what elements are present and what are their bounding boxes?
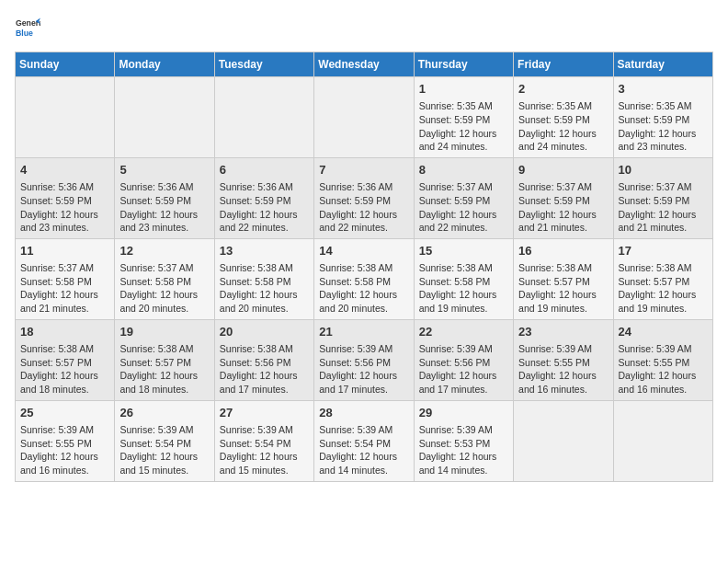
day-info: and 21 minutes. xyxy=(518,221,608,235)
day-info: Sunrise: 5:37 AM xyxy=(20,261,109,275)
day-info: Daylight: 12 hours xyxy=(119,208,209,222)
day-info: and 16 minutes. xyxy=(619,383,708,396)
day-info: and 20 minutes. xyxy=(119,302,209,316)
day-number: 24 xyxy=(619,324,708,340)
day-number: 27 xyxy=(220,405,309,421)
day-info: Sunset: 5:55 PM xyxy=(518,356,608,370)
day-info: Sunset: 5:54 PM xyxy=(319,437,408,451)
day-number: 25 xyxy=(20,405,109,421)
day-number: 15 xyxy=(419,243,508,259)
day-info: and 21 minutes. xyxy=(20,302,109,316)
day-number: 20 xyxy=(220,324,309,340)
calendar-cell xyxy=(115,77,214,158)
day-info: Sunset: 5:59 PM xyxy=(220,194,309,208)
day-info: Daylight: 12 hours xyxy=(419,369,508,383)
calendar-cell: 21Sunrise: 5:39 AMSunset: 5:56 PMDayligh… xyxy=(314,319,414,400)
week-row-0: 1Sunrise: 5:35 AMSunset: 5:59 PMDaylight… xyxy=(16,77,713,158)
day-info: Sunset: 5:59 PM xyxy=(518,113,608,127)
day-number: 5 xyxy=(119,162,209,178)
day-number: 28 xyxy=(319,405,408,421)
day-info: Daylight: 12 hours xyxy=(319,208,408,222)
day-info: and 23 minutes. xyxy=(619,140,708,154)
calendar-cell: 3Sunrise: 5:35 AMSunset: 5:59 PMDaylight… xyxy=(613,77,712,158)
day-number: 18 xyxy=(20,324,109,340)
day-info: and 20 minutes. xyxy=(220,302,309,316)
day-info: and 14 minutes. xyxy=(319,464,408,477)
day-info: Daylight: 12 hours xyxy=(20,369,109,383)
day-number: 19 xyxy=(119,324,209,340)
day-number: 17 xyxy=(619,243,708,259)
day-info: Sunset: 5:59 PM xyxy=(419,113,508,127)
day-info: and 23 minutes. xyxy=(119,221,209,235)
day-info: and 18 minutes. xyxy=(119,383,209,396)
day-info: Daylight: 12 hours xyxy=(119,369,209,383)
calendar-cell: 8Sunrise: 5:37 AMSunset: 5:59 PMDaylight… xyxy=(414,157,513,238)
calendar-cell: 27Sunrise: 5:39 AMSunset: 5:54 PMDayligh… xyxy=(214,400,313,481)
day-info: Sunset: 5:57 PM xyxy=(119,356,209,370)
day-info: Sunset: 5:59 PM xyxy=(20,194,109,208)
calendar-cell: 14Sunrise: 5:38 AMSunset: 5:58 PMDayligh… xyxy=(314,238,414,319)
weekday-header-monday: Monday xyxy=(115,52,214,77)
day-number: 10 xyxy=(619,162,708,178)
calendar-cell xyxy=(314,77,414,158)
day-info: Daylight: 12 hours xyxy=(319,288,408,302)
day-info: Daylight: 12 hours xyxy=(518,369,608,383)
day-info: and 15 minutes. xyxy=(220,464,309,477)
calendar-cell: 24Sunrise: 5:39 AMSunset: 5:55 PMDayligh… xyxy=(613,319,712,400)
day-info: Daylight: 12 hours xyxy=(319,369,408,383)
day-info: Sunset: 5:54 PM xyxy=(220,437,309,451)
day-info: Sunset: 5:56 PM xyxy=(220,356,309,370)
calendar-cell: 23Sunrise: 5:39 AMSunset: 5:55 PMDayligh… xyxy=(514,319,613,400)
svg-text:Blue: Blue xyxy=(16,29,33,38)
day-info: Sunrise: 5:37 AM xyxy=(619,180,708,194)
day-info: Daylight: 12 hours xyxy=(419,288,508,302)
week-row-4: 25Sunrise: 5:39 AMSunset: 5:55 PMDayligh… xyxy=(16,400,713,481)
day-info: Sunrise: 5:39 AM xyxy=(119,423,209,437)
calendar-cell: 1Sunrise: 5:35 AMSunset: 5:59 PMDaylight… xyxy=(414,77,513,158)
day-info: Daylight: 12 hours xyxy=(518,208,608,222)
day-number: 29 xyxy=(419,405,508,421)
calendar-cell xyxy=(613,400,712,481)
day-info: Sunrise: 5:38 AM xyxy=(220,261,309,275)
day-info: and 22 minutes. xyxy=(220,221,309,235)
day-info: Daylight: 12 hours xyxy=(518,127,608,141)
day-info: Sunrise: 5:38 AM xyxy=(319,261,408,275)
calendar-cell xyxy=(214,77,313,158)
day-info: Sunrise: 5:38 AM xyxy=(518,261,608,275)
weekday-header-thursday: Thursday xyxy=(414,52,513,77)
day-info: and 16 minutes. xyxy=(518,383,608,396)
calendar-table: SundayMondayTuesdayWednesdayThursdayFrid… xyxy=(15,52,713,482)
calendar-cell: 16Sunrise: 5:38 AMSunset: 5:57 PMDayligh… xyxy=(514,238,613,319)
weekday-header-saturday: Saturday xyxy=(613,52,712,77)
day-info: and 23 minutes. xyxy=(20,221,109,235)
calendar-cell: 26Sunrise: 5:39 AMSunset: 5:54 PMDayligh… xyxy=(115,400,214,481)
week-row-2: 11Sunrise: 5:37 AMSunset: 5:58 PMDayligh… xyxy=(16,238,713,319)
calendar-cell: 2Sunrise: 5:35 AMSunset: 5:59 PMDaylight… xyxy=(514,77,613,158)
day-info: Sunset: 5:55 PM xyxy=(619,356,708,370)
day-info: and 16 minutes. xyxy=(20,464,109,477)
day-info: Sunrise: 5:39 AM xyxy=(419,342,508,356)
calendar-cell: 17Sunrise: 5:38 AMSunset: 5:57 PMDayligh… xyxy=(613,238,712,319)
calendar-cell: 11Sunrise: 5:37 AMSunset: 5:58 PMDayligh… xyxy=(16,238,115,319)
day-info: Sunrise: 5:39 AM xyxy=(619,342,708,356)
weekday-header-sunday: Sunday xyxy=(16,52,115,77)
day-info: Daylight: 12 hours xyxy=(319,450,408,464)
calendar-cell: 10Sunrise: 5:37 AMSunset: 5:59 PMDayligh… xyxy=(613,157,712,238)
day-info: Sunset: 5:59 PM xyxy=(518,194,608,208)
day-info: Daylight: 12 hours xyxy=(220,450,309,464)
day-info: Sunset: 5:56 PM xyxy=(419,356,508,370)
logo: General Blue xyxy=(15,15,44,40)
day-number: 2 xyxy=(518,81,608,98)
day-info: and 19 minutes. xyxy=(619,302,708,316)
day-info: Daylight: 12 hours xyxy=(619,288,708,302)
day-info: Sunrise: 5:37 AM xyxy=(419,180,508,194)
calendar-cell: 20Sunrise: 5:38 AMSunset: 5:56 PMDayligh… xyxy=(214,319,313,400)
day-number: 23 xyxy=(518,324,608,340)
day-info: Sunrise: 5:39 AM xyxy=(518,342,608,356)
day-info: Sunset: 5:59 PM xyxy=(619,194,708,208)
calendar-cell: 9Sunrise: 5:37 AMSunset: 5:59 PMDaylight… xyxy=(514,157,613,238)
calendar-cell xyxy=(514,400,613,481)
day-info: Sunset: 5:58 PM xyxy=(119,275,209,289)
weekday-header-friday: Friday xyxy=(514,52,613,77)
weekday-header-wednesday: Wednesday xyxy=(314,52,414,77)
